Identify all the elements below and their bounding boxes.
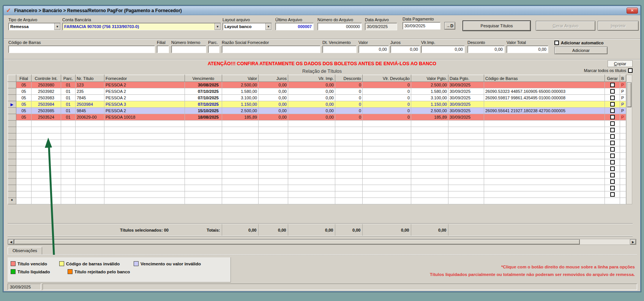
tab-observacoes[interactable]: Observações (8, 247, 42, 254)
table-row[interactable]: 052503983017845PESSOA 207/10/20253.100,0… (8, 95, 626, 101)
conta-bancaria-select[interactable]: FARMACIA 907030 (756 3133/90703-0) ▼ (62, 23, 221, 30)
gerar-checkbox[interactable] (610, 108, 615, 113)
ultimo-arquivo-field[interactable]: 000007 (275, 23, 314, 30)
table-row[interactable]: ▶052503984012503984PESSOA 307/10/20251.1… (8, 101, 626, 108)
gerar-checkbox[interactable] (610, 83, 615, 87)
gerar-checkbox[interactable] (610, 134, 615, 139)
valor-input[interactable]: 0,00 (358, 45, 389, 53)
column-header-b[interactable]: B (620, 75, 626, 82)
dt-vencimento-input[interactable] (322, 45, 357, 53)
column-header-devol[interactable]: Vlr. Devolução (363, 75, 411, 82)
cell-parc: 01 (61, 108, 76, 114)
gerar-checkbox[interactable] (610, 186, 615, 190)
apply-date-button[interactable]: →D (444, 22, 455, 30)
gerar-checkbox[interactable] (610, 121, 615, 126)
desconto-input[interactable]: 0,00 (467, 45, 505, 53)
vertical-scrollbar[interactable] (626, 75, 632, 204)
scroll-right-arrow-icon[interactable]: ▶ (630, 239, 636, 245)
gerar-checkbox[interactable] (610, 89, 615, 94)
gerar-checkbox[interactable] (610, 141, 615, 145)
column-header-valor[interactable]: Valor (222, 75, 259, 82)
cell-pgto (411, 179, 448, 185)
column-header-venc[interactable]: Vencimento (185, 75, 222, 82)
tipo-arquivo-label: Tipo de Arquivo (8, 17, 61, 22)
adicionar-button[interactable]: Adicionar (554, 47, 608, 54)
horizontal-scrollbar[interactable]: ◀ ▶ (8, 239, 636, 245)
gerar-checkbox[interactable] (610, 166, 615, 171)
layout-arquivo-value: Layout banco (224, 24, 252, 29)
gerar-arquivo-button[interactable]: Gerar Arquivo (536, 21, 595, 31)
data-arquivo-field[interactable]: 30/09/2025 (365, 23, 397, 30)
table-row[interactable]: 052503985019845PESSOA 215/10/20252.500,0… (8, 108, 626, 114)
close-button[interactable]: ✕ (627, 8, 638, 14)
column-header-juros[interactable]: Juros (259, 75, 288, 82)
gerar-checkbox[interactable] (610, 102, 615, 107)
gerar-checkbox[interactable] (610, 147, 615, 152)
title-bar[interactable]: ✓ Financeiro > Bancário > Remessa/Retorn… (4, 6, 640, 15)
mark-all-option[interactable]: Marcar todos os títulos (584, 68, 633, 73)
mark-all-checkbox[interactable] (628, 68, 633, 73)
column-header-gerar[interactable]: Gerar (605, 75, 620, 82)
parc-input[interactable] (208, 45, 219, 53)
adicionar-automatico-option[interactable]: Adicionar automatico (554, 40, 608, 45)
column-header-titulo[interactable]: Nr. Título (76, 75, 104, 82)
vlr-imp-input[interactable]: 0,00 (421, 45, 465, 53)
column-header-vlrimp[interactable]: Vlr. Imp. (288, 75, 335, 82)
numero-interno-input[interactable] (171, 45, 206, 53)
cell-juros: 0,00 (259, 82, 288, 88)
table-row[interactable]: 05250398001123PESSOA 230/08/20252.500,00… (8, 82, 626, 88)
column-header-filial[interactable]: Filial (16, 75, 32, 82)
gerar-checkbox[interactable] (610, 179, 615, 184)
section-row: Relação de Títulos Marcar todos os títul… (4, 67, 640, 75)
cell-sel (8, 185, 16, 191)
column-header-parc[interactable]: Parc. (61, 75, 76, 82)
column-header-forn[interactable]: Fornecedor (104, 75, 185, 82)
layout-arquivo-select[interactable]: Layout banco ▼ (223, 23, 272, 30)
data-arquivo-label: Data Arquivo (365, 17, 397, 22)
numero-arquivo-field[interactable]: 000000 (317, 23, 362, 30)
cell-parc (61, 159, 76, 166)
gerar-checkbox[interactable] (610, 115, 615, 119)
column-header-barras[interactable]: Código de Barras (484, 75, 605, 82)
adicionar-automatico-checkbox[interactable] (554, 41, 559, 45)
cell-sel (8, 114, 16, 121)
data-pagamento-field[interactable]: 30/09/2025 (402, 22, 440, 30)
copiar-button[interactable]: Copiar (608, 60, 633, 67)
gerar-checkbox[interactable] (610, 160, 615, 165)
column-header-sel[interactable] (8, 75, 16, 82)
cell-filial (16, 140, 32, 146)
chevron-down-icon[interactable]: ▼ (265, 23, 271, 30)
cell-parc (61, 121, 76, 127)
cell-valor (222, 179, 259, 185)
column-header-controle[interactable]: Controle Int. (32, 75, 61, 82)
filial-input[interactable] (157, 45, 169, 53)
vertical-scrollbar-thumb[interactable] (627, 82, 631, 107)
imprimir-button[interactable]: Imprimir (598, 21, 639, 31)
razao-social-input[interactable] (222, 45, 320, 53)
tipo-arquivo-select[interactable]: Remessa ▼ (8, 23, 61, 30)
horizontal-scrollbar-thumb[interactable] (14, 239, 580, 245)
gerar-checkbox[interactable] (610, 154, 615, 158)
column-header-pgto[interactable]: Valor Pgto. (411, 75, 448, 82)
pesquisar-titulos-button[interactable]: Pesquisar Títulos (463, 21, 530, 31)
juros-input[interactable]: 0,00 (390, 45, 420, 53)
chevron-down-icon[interactable]: ▼ (54, 23, 60, 30)
status-color-legend: Título vencidoCódigo de barras inválidoV… (8, 257, 231, 282)
table-row[interactable]: 05250398201235PESSOA 207/10/20251.580,00… (8, 88, 626, 95)
column-header-desc[interactable]: Desconto (335, 75, 363, 82)
chevron-down-icon[interactable]: ▼ (215, 23, 221, 30)
cell-juros (259, 146, 288, 153)
horizontal-scrollbar-track[interactable] (580, 239, 630, 245)
column-header-datap[interactable]: Data Pgto. (448, 75, 484, 82)
gerar-checkbox[interactable] (610, 128, 615, 132)
table-row[interactable]: 05250352401200629-00PESSOA 1001818/08/20… (8, 114, 626, 121)
cell-devol: 0 (363, 101, 411, 108)
gerar-checkbox[interactable] (610, 192, 615, 197)
codigo-barras-input[interactable] (8, 45, 155, 53)
gerar-checkbox[interactable] (610, 96, 615, 100)
cell-filial (16, 121, 32, 127)
cell-sel (8, 88, 16, 95)
scroll-left-arrow-icon[interactable]: ◀ (8, 239, 14, 245)
valor-total-input[interactable]: 0,00 (507, 45, 548, 53)
gerar-checkbox[interactable] (610, 173, 615, 177)
